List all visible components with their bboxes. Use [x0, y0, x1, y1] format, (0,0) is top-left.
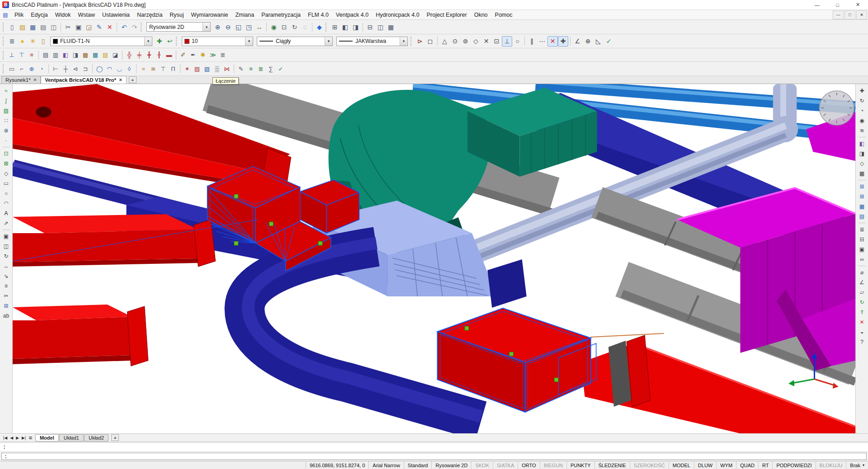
- zoom-in-icon[interactable]: ⊕: [212, 22, 223, 32]
- restore-button[interactable]: □: [827, 0, 848, 9]
- vent2-sum-icon[interactable]: ∑: [266, 64, 276, 74]
- vent2-filter-icon[interactable]: ▒: [212, 64, 222, 74]
- combo-arrow-icon[interactable]: ▾: [144, 37, 152, 46]
- menu-wstaw[interactable]: Wstaw: [74, 11, 99, 19]
- right-area-icon[interactable]: ▱: [857, 287, 867, 297]
- view-eye-icon[interactable]: ◉: [269, 22, 279, 32]
- right-update-icon[interactable]: ↻: [857, 297, 867, 307]
- print-icon[interactable]: ▤: [38, 22, 48, 32]
- esnap-tangent-icon[interactable]: ○: [512, 36, 523, 47]
- droplet-icon[interactable]: ◆: [314, 22, 325, 32]
- esnap-intersection-icon[interactable]: ✕: [481, 36, 491, 47]
- vent2-check-icon[interactable]: ✓: [276, 64, 286, 74]
- esnap-perpendicular-icon[interactable]: ⊥: [502, 36, 512, 47]
- vent2-valve-icon[interactable]: ⋈: [222, 64, 232, 74]
- array-entity-icon[interactable]: ⊞: [1, 301, 11, 310]
- combo-arrow-icon[interactable]: ▾: [245, 37, 253, 46]
- combo-arrow-icon[interactable]: ▾: [400, 37, 407, 46]
- vent-settings-icon[interactable]: ✱: [198, 50, 208, 60]
- toolbar-grip[interactable]: [3, 23, 5, 32]
- vent2-recent-icon[interactable]: ◔: [37, 64, 47, 74]
- right-info-icon[interactable]: ◒: [857, 327, 867, 337]
- vent2-frame-icon[interactable]: ▭: [7, 64, 17, 74]
- tile-vertical-icon[interactable]: ◫: [375, 22, 386, 32]
- esnap-midpoint-icon[interactable]: △: [439, 36, 450, 47]
- viewport-canvas[interactable]: [13, 84, 855, 433]
- snap-check-icon[interactable]: ✓: [604, 36, 614, 47]
- combo-arrow-icon[interactable]: ▾: [203, 23, 210, 31]
- right-orbit-icon[interactable]: ◔: [857, 106, 867, 115]
- vent2-tee-icon[interactable]: ⊢: [51, 64, 61, 74]
- named-views-icon[interactable]: ⊡: [279, 22, 289, 32]
- vent-align-top-icon[interactable]: ⊥: [7, 50, 17, 60]
- vent-measure-icon[interactable]: ✐: [178, 50, 188, 60]
- layer-explorer-icon[interactable]: ≣: [7, 36, 17, 47]
- esnap-insertion-icon[interactable]: ⊡: [491, 36, 502, 47]
- navigation-sphere[interactable]: [820, 91, 854, 125]
- vent2-round-duct-icon[interactable]: ◯: [94, 64, 104, 74]
- toolbar-grip[interactable]: [176, 37, 178, 46]
- vent-splitter-icon[interactable]: ╋: [144, 50, 154, 60]
- toolbar-grip[interactable]: [3, 37, 5, 46]
- properties-panel-icon[interactable]: ◨: [350, 22, 361, 32]
- status-coordinates[interactable]: 9616.0869, 9151.8274, 0: [306, 461, 368, 469]
- vent-label-icon[interactable]: ◪: [110, 50, 120, 60]
- viewport[interactable]: [12, 84, 856, 433]
- status-dim-style[interactable]: Standard: [404, 461, 432, 469]
- spell-check-icon[interactable]: ab: [1, 311, 11, 320]
- toolbar-grip[interactable]: [410, 37, 413, 46]
- toolbar-grip[interactable]: [141, 23, 143, 32]
- right-publish-icon[interactable]: ⇑: [857, 307, 867, 317]
- right-erase-icon[interactable]: ✕: [857, 317, 867, 327]
- zoom-out-icon[interactable]: ⊖: [223, 22, 233, 32]
- edit-array-icon[interactable]: ∷: [1, 116, 11, 125]
- menu-ventpack[interactable]: Ventpack 4.0: [332, 11, 372, 19]
- toggle-rt[interactable]: RT: [758, 461, 772, 469]
- menu-widok[interactable]: Widok: [52, 11, 75, 19]
- vent-table-icon[interactable]: ≣: [218, 50, 228, 60]
- vent2-transition-icon[interactable]: ◊: [124, 64, 134, 74]
- toggle-punkty[interactable]: PUNKTY: [566, 461, 594, 469]
- minimize-button[interactable]: —: [807, 0, 827, 9]
- lightbulb-on-icon[interactable]: ●: [17, 36, 28, 47]
- right-grid-d-icon[interactable]: ▤: [857, 211, 867, 221]
- next-layout-icon[interactable]: ▶: [14, 436, 20, 440]
- scale-entity-icon[interactable]: ⇘: [1, 271, 11, 281]
- layout-list-icon[interactable]: ⊞: [27, 436, 33, 440]
- command-input[interactable]: :: [1, 453, 867, 460]
- menu-okno[interactable]: Okno: [471, 11, 491, 19]
- combo-arrow-icon[interactable]: ▾: [325, 37, 332, 46]
- esnap-quadrant-icon[interactable]: ◇: [471, 36, 481, 47]
- match-properties-icon[interactable]: ✎: [94, 22, 104, 32]
- menu-plik[interactable]: Plik: [11, 11, 27, 19]
- linetype-combo[interactable]: Ciągły ▾: [257, 37, 333, 46]
- toggle-sledzenie[interactable]: ŚLEDZENIE: [594, 461, 630, 469]
- mdi-close-button[interactable]: ✕: [856, 10, 867, 19]
- right-link-icon[interactable]: ∞: [857, 254, 867, 264]
- toolbar-grip[interactable]: [3, 51, 5, 60]
- vent-duct-box-icon[interactable]: ▤: [41, 50, 51, 60]
- right-measure-icon[interactable]: ⌀: [857, 267, 867, 277]
- right-layers-icon[interactable]: ≣: [857, 225, 867, 234]
- menu-parametryzacja[interactable]: Parametryzacja: [258, 11, 304, 19]
- vent-grid-icon[interactable]: ▦: [90, 50, 100, 60]
- layout-tab-uklad2[interactable]: Układ2: [84, 434, 108, 441]
- right-angle-icon[interactable]: ∠: [857, 277, 867, 287]
- workspace-combo[interactable]: Rysowanie 2D ▾: [146, 22, 211, 32]
- layer-combo[interactable]: FLUID-T1-N ▾: [50, 37, 152, 46]
- last-layout-icon[interactable]: ▶|: [20, 436, 27, 440]
- toggle-podpowiedzi[interactable]: PODPOWIEDZI: [772, 461, 815, 469]
- vent-export-icon[interactable]: ≫: [208, 50, 218, 60]
- vent2-hanger-icon[interactable]: ⊤: [158, 64, 168, 74]
- vent2-cooler-icon[interactable]: ▧: [202, 64, 212, 74]
- vent-silencer-icon[interactable]: ▬: [164, 50, 174, 60]
- vent2-cap-icon[interactable]: ⊐: [80, 64, 90, 74]
- mdi-minimize-button[interactable]: —: [833, 10, 844, 19]
- drawing-explorer-icon[interactable]: ⊞: [330, 22, 340, 32]
- vent2-insulation-icon[interactable]: ≋: [148, 64, 158, 74]
- menu-rysuj[interactable]: Rysuj: [166, 11, 187, 19]
- zoom-window-icon[interactable]: ◱: [233, 22, 244, 32]
- offset-entity-icon[interactable]: ≡: [1, 281, 11, 291]
- vent-joint-icon[interactable]: ╪: [134, 50, 144, 60]
- layer-freeze-icon[interactable]: ✳: [28, 36, 38, 47]
